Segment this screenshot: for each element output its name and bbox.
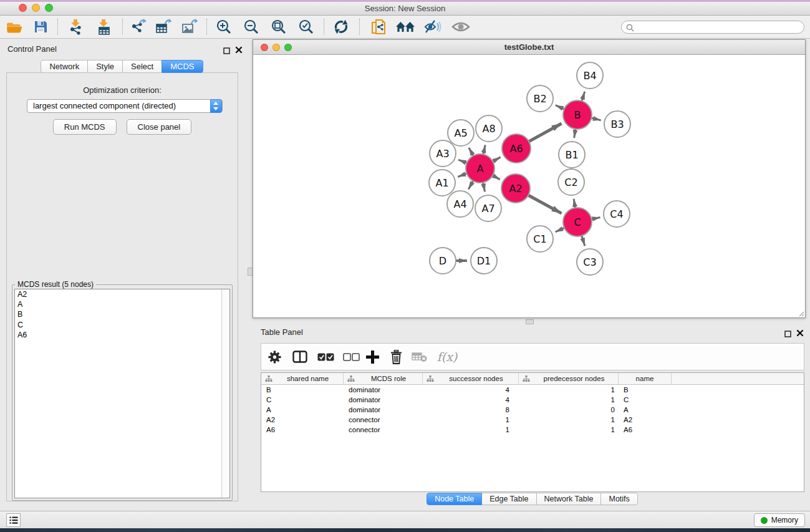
deselect-all-icon[interactable] [342,347,360,366]
add-column-icon[interactable] [363,347,382,366]
cell-name[interactable]: A [619,405,672,415]
cell-predecessor-nodes[interactable]: 1 [519,415,619,425]
graph-edge-A2-C[interactable] [528,195,561,213]
result-scrollbar[interactable] [221,289,229,498]
tab-motifs[interactable]: Motifs [600,493,637,505]
result-item[interactable]: A2 [15,289,229,299]
tab-style[interactable]: Style [87,60,123,73]
result-item[interactable]: B [15,309,229,319]
cell-MCDS-role[interactable]: dominator [344,385,423,395]
first-neighbors-icon[interactable] [396,17,415,36]
task-history-button[interactable] [6,513,21,527]
graph-edge-A-A6[interactable] [493,157,500,162]
graph-edge-C-C2[interactable] [574,199,575,208]
export-table-icon[interactable] [154,17,173,36]
control-panel-close-button[interactable] [235,45,243,56]
refresh-icon[interactable] [332,17,350,36]
save-session-icon[interactable] [31,17,50,36]
network-file-icon[interactable] [370,17,388,36]
search-input[interactable] [621,21,804,34]
export-image-icon[interactable] [180,17,199,36]
tab-select[interactable]: Select [122,60,162,73]
table-row[interactable]: A6connector11A6 [261,425,804,435]
optimization-criterion-select[interactable]: largest connected component (directed) [27,99,223,113]
splitter-handle[interactable] [526,319,534,324]
graph-edge-A-A4[interactable] [468,181,473,189]
function-builder-icon[interactable]: f(x) [433,347,461,366]
cell-name[interactable]: B [619,385,672,395]
cell-shared-name[interactable]: C [261,395,344,405]
graph-edge-B-B4[interactable] [582,92,585,101]
zoom-out-icon[interactable] [242,17,261,36]
graph-edge-B-B3[interactable] [591,118,600,120]
column-header-MCDS-role[interactable]: MCDS role [344,373,423,384]
column-header-name[interactable]: name [619,373,672,384]
graph-edge-B-B1[interactable] [574,129,576,138]
table-panel-close-button[interactable] [796,328,804,339]
cell-successor-nodes[interactable]: 1 [423,415,519,425]
cell-predecessor-nodes[interactable]: 1 [519,385,619,395]
cell-shared-name[interactable]: A2 [261,415,344,425]
column-header-successor-nodes[interactable]: successor nodes [423,373,519,384]
cell-successor-nodes[interactable]: 4 [423,395,519,405]
show-all-icon[interactable] [451,17,470,36]
cell-MCDS-role[interactable]: connector [344,415,423,425]
graph-edge-C-C4[interactable] [592,217,600,219]
cell-name[interactable]: C [619,395,672,405]
cell-shared-name[interactable]: A6 [261,425,344,435]
open-session-icon[interactable] [5,17,24,36]
graph-edge-A-A7[interactable] [483,183,485,192]
hide-selected-icon[interactable] [423,17,442,36]
delete-column-icon[interactable] [387,347,405,366]
cell-shared-name[interactable]: A [261,405,344,415]
result-item[interactable]: C [15,320,229,330]
import-table-icon[interactable] [95,17,113,36]
table-row[interactable]: Cdominator41C [261,395,804,405]
resize-grip-icon[interactable] [797,309,804,317]
cell-MCDS-role[interactable]: connector [344,425,423,435]
graph-edge-C-C1[interactable] [556,228,564,231]
run-mcds-button[interactable]: Run MCDS [53,119,117,135]
tab-network[interactable]: Network [41,60,88,73]
tab-network-table[interactable]: Network Table [536,493,602,505]
cell-predecessor-nodes[interactable]: 1 [519,395,619,405]
control-panel-float-button[interactable] [223,46,230,57]
table-row[interactable]: Bdominator41B [261,385,804,395]
graph-edge-A-A2[interactable] [493,175,500,180]
table-row[interactable]: Adominator80A [261,405,804,415]
result-item[interactable]: A [15,299,229,309]
cell-name[interactable]: A6 [619,425,672,435]
zoom-fit-icon[interactable] [269,17,288,36]
graph-edge-A-A3[interactable] [458,160,467,163]
delete-table-icon[interactable] [410,347,428,366]
cell-predecessor-nodes[interactable]: 1 [519,425,619,435]
tab-node-table[interactable]: Node Table [427,493,482,505]
result-item[interactable]: A6 [15,330,229,340]
graph-edge-A-A1[interactable] [458,173,466,177]
zoom-selected-icon[interactable] [297,17,316,36]
tab-mcds[interactable]: MCDS [162,60,203,73]
cell-successor-nodes[interactable]: 8 [423,405,519,415]
table-panel-float-button[interactable] [784,329,791,340]
tab-edge-table[interactable]: Edge Table [481,493,536,505]
graph-edge-C-C3[interactable] [582,236,585,246]
cell-MCDS-role[interactable]: dominator [344,405,423,415]
graph-edge-A-A8[interactable] [483,145,485,154]
table-settings-icon[interactable] [265,347,284,366]
table-row[interactable]: A2connector11A2 [261,415,804,425]
graph-edge-B-B2[interactable] [556,105,564,109]
memory-button[interactable]: Memory [754,513,805,527]
select-all-icon[interactable] [316,347,335,366]
zoom-in-icon[interactable] [215,17,233,36]
network-canvas[interactable]: B4B2BB3A5A8A6A3B1AA1C2A2A4A7C4CC1C3DD1 [253,55,805,317]
import-network-icon[interactable] [67,17,85,36]
cell-successor-nodes[interactable]: 1 [423,425,519,435]
cell-MCDS-role[interactable]: dominator [344,395,423,405]
export-network-icon[interactable] [129,17,148,36]
column-header-predecessor-nodes[interactable]: predecessor nodes [519,373,619,384]
cell-shared-name[interactable]: B [261,385,344,395]
graph-edge-A6-B[interactable] [529,123,561,142]
graph-edge-A-A5[interactable] [469,148,473,156]
toggle-panes-icon[interactable] [291,347,309,366]
column-header-shared-name[interactable]: shared name [261,373,344,384]
